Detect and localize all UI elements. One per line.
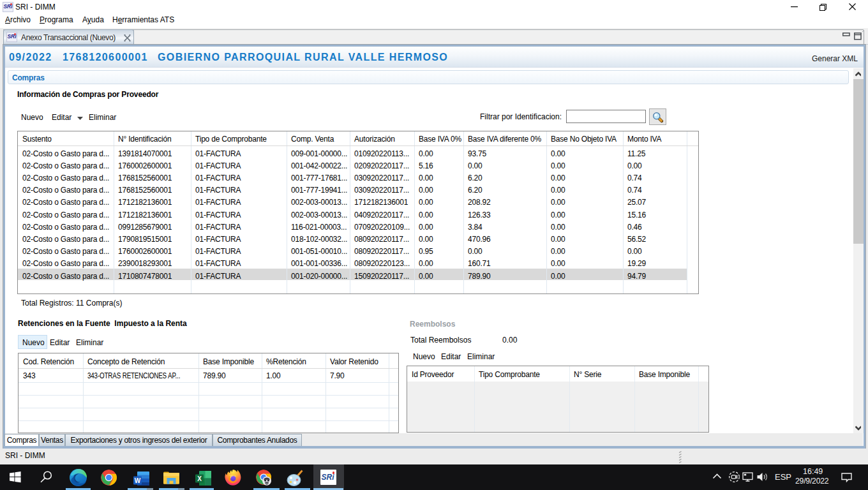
svg-text:W: W	[135, 477, 141, 484]
svg-text:X: X	[197, 475, 202, 482]
